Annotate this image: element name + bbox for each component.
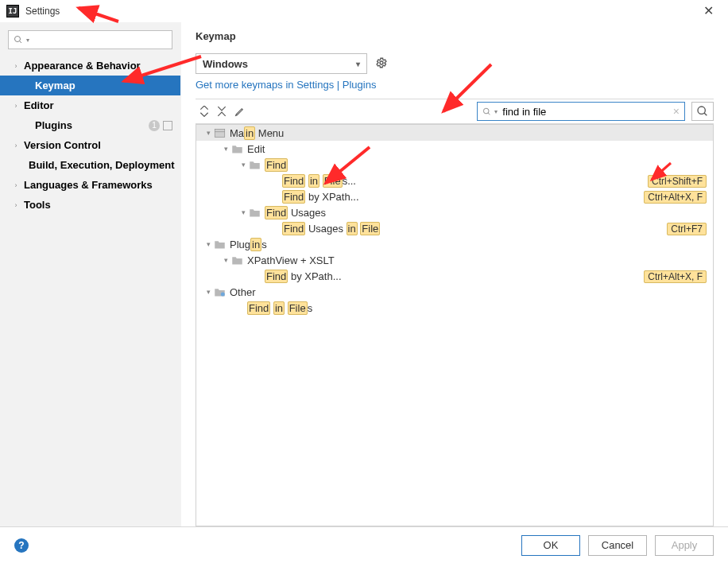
tree-arrow-icon [238, 270, 249, 282]
folder-icon [231, 143, 244, 154]
tree-row[interactable]: ▾Find [196, 157, 713, 173]
tree-label: XPathView + XSLT [247, 254, 707, 266]
update-badge: 1 [149, 120, 172, 131]
tree-arrow-icon [220, 302, 231, 313]
folder-icon [249, 159, 261, 170]
tree-arrow-icon[interactable]: ▾ [220, 254, 231, 266]
ok-button[interactable]: OK [521, 535, 580, 556]
dropdown-chevron-icon: ▾ [494, 108, 498, 115]
tree-arrow-icon[interactable]: ▾ [203, 127, 214, 138]
chevron-right-icon: › [13, 181, 19, 189]
dropdown-chevron-icon: ▾ [26, 37, 29, 44]
tree-label: Find in Files... [282, 175, 648, 187]
clear-search-icon[interactable]: × [673, 105, 680, 118]
svg-rect-7 [215, 130, 225, 138]
shortcut-badge: Ctrl+Shift+F [648, 175, 707, 188]
actions-tree[interactable]: ▾Main Menu▾Edit▾FindFind in Files...Ctrl… [196, 124, 714, 526]
svg-point-3 [483, 108, 489, 114]
chevron-right-icon: › [13, 62, 19, 70]
close-icon[interactable]: ✕ [695, 2, 722, 20]
search-icon [14, 35, 23, 45]
app-icon: IJ [6, 5, 19, 17]
svg-line-1 [20, 41, 22, 44]
sidebar-item-languages-frameworks[interactable]: ›Languages & Frameworks [0, 175, 180, 195]
tree-arrow-icon [255, 223, 266, 234]
tree-row[interactable]: Find Usages in FileCtrl+F7 [196, 220, 713, 236]
get-more-keymaps-link: Get more keymaps in Settings | Plugins [196, 79, 714, 91]
actions-search[interactable]: ▾ × [477, 102, 685, 121]
folder-icon [214, 239, 227, 250]
find-by-shortcut-button[interactable] [691, 102, 714, 121]
sidebar-item-label: Languages & Frameworks [24, 179, 153, 191]
tree-label: Find [265, 159, 707, 171]
tree-row[interactable]: Find in Files [196, 300, 713, 316]
help-button[interactable]: ? [14, 538, 29, 553]
apply-button: Apply [655, 535, 714, 556]
tree-row[interactable]: Find by XPath...Ctrl+Alt+X, F [196, 268, 713, 284]
sidebar-item-version-control[interactable]: ›Version Control [0, 135, 180, 155]
settings-sidebar: ▾ ›Appearance & BehaviorKeymap›EditorPlu… [0, 22, 181, 526]
gear-icon[interactable] [375, 56, 388, 72]
tree-label: Find Usages [265, 207, 707, 219]
plugins-link[interactable]: Plugins [343, 79, 377, 91]
page-title: Keymap [196, 30, 714, 42]
chevron-down-icon: ▾ [356, 60, 360, 68]
tree-label: Find by XPath... [265, 270, 644, 282]
tree-label: Edit [247, 143, 707, 155]
tree-row[interactable]: ▾XPathView + XSLT [196, 252, 713, 268]
shortcut-badge: Ctrl+Alt+X, F [644, 270, 707, 283]
tree-arrow-icon[interactable]: ▾ [220, 143, 231, 154]
tree-arrow-icon[interactable]: ▾ [238, 207, 249, 218]
collapse-all-button[interactable] [213, 106, 230, 117]
sidebar-item-label: Version Control [24, 139, 101, 151]
tree-row[interactable]: ▾Edit [196, 141, 713, 157]
edit-button[interactable] [230, 107, 248, 117]
sidebar-item-keymap[interactable]: Keymap [0, 76, 180, 95]
tree-arrow-icon[interactable]: ▾ [203, 239, 214, 250]
svg-point-2 [380, 61, 383, 64]
get-keymaps-link[interactable]: Get more keymaps in Settings [196, 79, 334, 91]
tree-label: Plugins [230, 239, 707, 250]
tree-arrow-icon[interactable]: ▾ [203, 286, 214, 297]
chevron-right-icon: › [13, 142, 19, 149]
search-icon [482, 107, 491, 117]
tree-arrow-icon[interactable]: ▾ [238, 159, 249, 170]
keymap-scheme-value: Windows [203, 58, 248, 70]
svg-point-0 [15, 37, 21, 42]
tree-label: Other [230, 286, 707, 298]
tree-arrow-icon [255, 175, 266, 186]
svg-point-5 [698, 107, 705, 114]
folder-icon [214, 127, 227, 138]
sidebar-item-label: Appearance & Behavior [24, 60, 141, 72]
svg-point-9 [221, 293, 225, 297]
tree-label: Find Usages in File [282, 223, 667, 235]
tree-label: Find in Files [247, 302, 707, 314]
sidebar-item-appearance-behavior[interactable]: ›Appearance & Behavior [0, 56, 180, 76]
folder-icon [214, 286, 227, 297]
sidebar-search[interactable]: ▾ [8, 30, 172, 49]
shortcut-badge: Ctrl+F7 [667, 223, 707, 235]
sidebar-item-tools[interactable]: ›Tools [0, 195, 180, 215]
expand-all-button[interactable] [196, 106, 213, 117]
tree-row[interactable]: Find by XPath...Ctrl+Alt+X, F [196, 188, 713, 204]
sidebar-item-label: Build, Execution, Deployment [29, 159, 174, 171]
cancel-button[interactable]: Cancel [588, 535, 647, 556]
sidebar-item-build-execution-deployment[interactable]: Build, Execution, Deployment [0, 155, 180, 175]
window-title: Settings [25, 6, 60, 17]
sidebar-item-label: Tools [24, 199, 51, 211]
svg-line-6 [704, 113, 707, 115]
keymap-scheme-select[interactable]: Windows ▾ [196, 53, 367, 74]
sidebar-item-label: Keymap [35, 80, 76, 91]
chevron-right-icon: › [13, 201, 19, 209]
folder-icon [231, 254, 244, 266]
tree-row[interactable]: Find in Files...Ctrl+Shift+F [196, 173, 713, 188]
tree-row[interactable]: ▾Main Menu [196, 125, 713, 141]
sidebar-item-plugins[interactable]: Plugins1 [0, 115, 180, 135]
actions-search-input[interactable] [501, 105, 672, 118]
tree-row[interactable]: ▾Find Usages [196, 204, 713, 220]
sidebar-item-label: Editor [24, 99, 54, 111]
sidebar-item-editor[interactable]: ›Editor [0, 95, 180, 115]
tree-row[interactable]: ▾Other [196, 284, 713, 300]
tree-row[interactable]: ▾Plugins [196, 236, 713, 252]
sidebar-search-input[interactable] [33, 33, 167, 46]
